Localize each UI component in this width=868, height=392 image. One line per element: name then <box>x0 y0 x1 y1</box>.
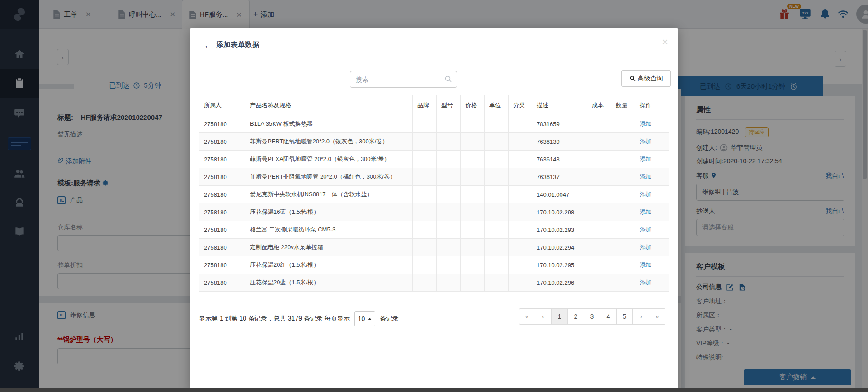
pager-arrow-button[interactable]: « <box>519 308 535 325</box>
pager-page-button[interactable]: 2 <box>568 308 584 325</box>
product-table-body: 2758180B1LA 35KW 板式换热器7831659添加2758180菲斯… <box>199 115 669 292</box>
table-row: 2758180压花保温20蓝（1.5米/根）170.10.02.296添加 <box>199 274 669 292</box>
modal-header: ← 添加表单数据 × <box>190 28 678 63</box>
add-product-link[interactable]: 添加 <box>640 191 651 198</box>
col-action: 操作 <box>635 95 669 115</box>
modal-back-icon[interactable]: ← <box>203 41 212 50</box>
table-header-row: 所属人 产品名称及规格 品牌 型号 价格 单位 分类 描述 成本 数量 操作 <box>199 95 669 115</box>
pager-arrow-button[interactable]: » <box>649 308 665 325</box>
dropup-caret-icon <box>368 318 372 320</box>
table-row: 2758180爱尼克斯中央软水机INS0817一体（含软水盐）140.01.00… <box>199 186 669 203</box>
table-row: 2758180B1LA 35KW 板式换热器7831659添加 <box>199 115 669 133</box>
pager-page-button[interactable]: 3 <box>584 308 600 325</box>
table-row: 2758180菲斯曼PERT非阻氧地暖管 20*2.0（橘红色，300米/卷）7… <box>199 168 669 186</box>
pager-page-button[interactable]: 5 <box>617 308 633 325</box>
add-product-link[interactable]: 添加 <box>640 208 651 215</box>
pagination-summary: 显示第 1 到第 10 条记录，总共 3179 条记录 每页显示 10 条记录 <box>199 311 399 326</box>
col-cost: 成本 <box>587 95 611 115</box>
search-field <box>350 71 457 88</box>
col-unit: 单位 <box>485 95 509 115</box>
page-size-value: 10 <box>358 315 365 322</box>
product-table: 所属人 产品名称及规格 品牌 型号 价格 单位 分类 描述 成本 数量 操作 2… <box>199 95 669 292</box>
add-product-link[interactable]: 添加 <box>640 226 651 233</box>
add-product-link[interactable]: 添加 <box>640 156 651 162</box>
col-brand: 品牌 <box>413 95 437 115</box>
add-product-link[interactable]: 添加 <box>640 120 651 127</box>
pagination-pager: «‹12345›» <box>519 308 665 325</box>
col-category: 分类 <box>509 95 532 115</box>
col-quantity: 数量 <box>611 95 635 115</box>
add-product-link[interactable]: 添加 <box>640 279 651 286</box>
pagination-summary-suffix: 条记录 <box>380 315 399 323</box>
table-row: 2758180格兰富 二次侧采暖循环泵 CM5-3170.10.02.293添加 <box>199 221 669 239</box>
table-row: 2758180压花保温16蓝（1.5米/根）170.10.02.298添加 <box>199 203 669 221</box>
pager-page-button[interactable]: 1 <box>552 308 568 325</box>
search-icon <box>629 75 636 82</box>
col-model: 型号 <box>437 95 461 115</box>
search-input[interactable] <box>350 71 457 88</box>
table-row: 2758180定制配电柜 220v水泵单控箱170.10.02.294添加 <box>199 239 669 256</box>
col-description: 描述 <box>532 95 587 115</box>
app-root: 工单 ✕ 呼叫中心... ✕ HF服务... ✕ + 添加 NEW <box>0 0 868 392</box>
search-icon <box>444 75 453 83</box>
page-size-dropdown[interactable]: 10 <box>354 311 375 326</box>
table-row: 2758180菲斯曼PERT阻氧地暖管20*2.0（银灰色，300米/卷）763… <box>199 133 669 151</box>
pager-page-button[interactable]: 4 <box>600 308 617 325</box>
modal-title-text: 添加表单数据 <box>216 40 259 50</box>
table-row: 2758180菲斯曼PEXA阻氧地暖管 20*2.0（银灰色，300米/卷）76… <box>199 151 669 168</box>
window-bottom-edge <box>0 388 868 392</box>
add-form-data-modal: ← 添加表单数据 × 高级查询 所属人 <box>190 28 678 392</box>
add-product-link[interactable]: 添加 <box>640 261 651 268</box>
col-owner: 所属人 <box>199 95 245 115</box>
pagination-summary-text: 显示第 1 到第 10 条记录，总共 3179 条记录 每页显示 <box>199 315 350 323</box>
modal-close-icon[interactable]: × <box>662 37 668 47</box>
add-product-link[interactable]: 添加 <box>640 138 651 145</box>
col-product-name: 产品名称及规格 <box>245 95 413 115</box>
table-row: 2758180压花保温20红（1.5米/根）170.10.02.295添加 <box>199 256 669 274</box>
add-product-link[interactable]: 添加 <box>640 244 651 250</box>
pager-arrow-button[interactable]: › <box>633 308 649 325</box>
add-product-link[interactable]: 添加 <box>640 173 651 180</box>
pager-arrow-button[interactable]: ‹ <box>535 308 552 325</box>
advanced-query-button[interactable]: 高级查询 <box>621 70 671 87</box>
col-price: 价格 <box>461 95 485 115</box>
